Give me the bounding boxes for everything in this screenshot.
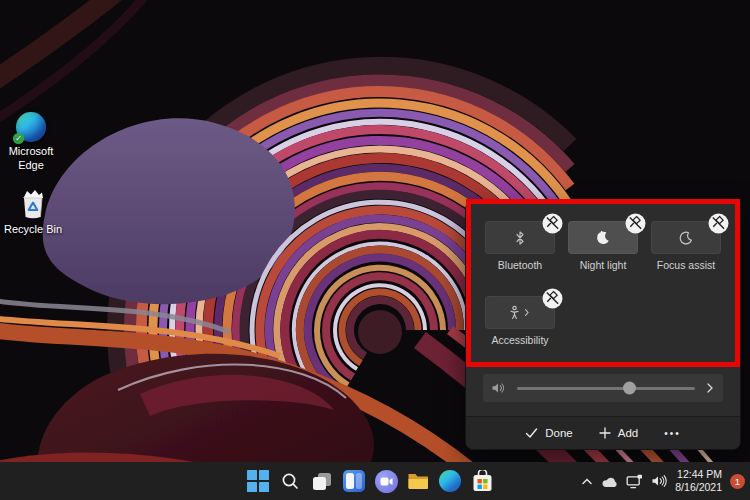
tile-label: Bluetooth (485, 259, 555, 271)
tile-bluetooth: Bluetooth (485, 221, 555, 271)
taskbar: 12:44 PM 8/16/2021 1 (0, 462, 750, 500)
check-icon (525, 427, 538, 439)
taskbar-center-group (246, 462, 494, 500)
edge-icon (439, 470, 461, 492)
network-icon[interactable] (626, 474, 643, 489)
chat-icon (375, 470, 398, 493)
volume-tray-icon[interactable] (651, 474, 667, 488)
more-options-button[interactable]: ••• (664, 428, 681, 439)
edge-button[interactable] (438, 469, 462, 493)
tile-focus-assist: Focus assist (651, 221, 721, 271)
volume-slider-track[interactable] (517, 387, 695, 390)
unpin-icon[interactable] (708, 213, 729, 234)
store-icon (472, 470, 493, 492)
tile-label: Focus assist (651, 259, 721, 271)
hidden-icons-chevron-icon[interactable] (581, 477, 593, 486)
desktop-icon-recycle-bin[interactable]: Recycle Bin (2, 188, 64, 237)
volume-slider-thumb[interactable] (623, 382, 636, 395)
task-view-icon (311, 470, 333, 492)
widgets-button[interactable] (342, 469, 366, 493)
done-button[interactable]: Done (525, 427, 573, 439)
store-button[interactable] (470, 469, 494, 493)
system-tray: 12:44 PM 8/16/2021 1 (581, 462, 745, 500)
add-button[interactable]: Add (599, 427, 638, 439)
widgets-icon (343, 470, 365, 492)
notification-badge[interactable]: 1 (730, 474, 745, 489)
shortcut-check-icon: ✓ (13, 133, 24, 144)
tray-date: 8/16/2021 (675, 481, 722, 494)
quick-settings-panel: Bluetooth (465, 201, 741, 450)
notification-count: 1 (735, 476, 740, 487)
quick-settings-footer: Done Add ••• (466, 416, 740, 449)
speaker-icon[interactable] (491, 381, 506, 395)
file-explorer-icon (407, 471, 430, 491)
task-view-button[interactable] (310, 469, 334, 493)
recycle-bin-icon (20, 188, 46, 220)
tile-label: Accessibility (485, 334, 555, 346)
desktop-icon-edge[interactable]: ✓ Microsoft Edge (0, 112, 62, 173)
windows-logo-icon (247, 470, 269, 492)
bluetooth-icon (514, 230, 526, 246)
tray-time: 12:44 PM (675, 468, 722, 481)
focus-assist-icon (678, 230, 694, 246)
start-button[interactable] (246, 469, 270, 493)
search-icon (280, 471, 300, 491)
done-label: Done (545, 427, 573, 439)
desktop: ✓ Microsoft Edge Recycle Bin (0, 0, 750, 500)
search-button[interactable] (278, 469, 302, 493)
ellipsis-icon: ••• (664, 428, 681, 439)
tile-accessibility: Accessibility (485, 296, 555, 346)
unpin-icon[interactable] (625, 213, 646, 234)
unpin-icon[interactable] (542, 213, 563, 234)
onedrive-cloud-icon[interactable] (601, 475, 618, 488)
volume-slider-row (483, 374, 723, 402)
desktop-icon-label: Recycle Bin (2, 223, 64, 237)
add-label: Add (618, 427, 638, 439)
file-explorer-button[interactable] (406, 469, 430, 493)
unpin-icon[interactable] (542, 288, 563, 309)
accessibility-icon (508, 305, 532, 320)
chat-button[interactable] (374, 469, 398, 493)
clock[interactable]: 12:44 PM 8/16/2021 (675, 468, 722, 494)
tile-label: Night light (568, 259, 638, 271)
night-light-icon (595, 230, 611, 246)
plus-icon (599, 427, 611, 439)
volume-output-chevron-icon[interactable] (706, 382, 714, 394)
desktop-icon-label: Microsoft Edge (0, 145, 62, 173)
tile-night-light: Night light (568, 221, 638, 271)
